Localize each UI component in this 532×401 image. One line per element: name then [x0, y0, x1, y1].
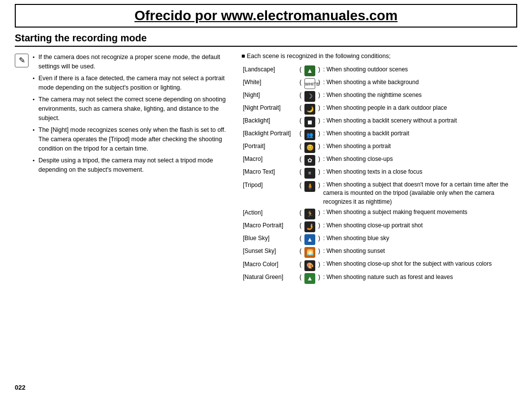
macro-text-icon: ≡ — [304, 168, 315, 179]
scene-row: [White] ( WHITE ) : When shooting a whit… — [241, 77, 517, 90]
section-title: Starting the recording mode — [15, 32, 517, 47]
bullet-item: The camera may not select the correct sc… — [33, 95, 232, 123]
scene-row: [Night] ( ☽ ) : When shooting the nightt… — [241, 90, 517, 103]
scene-row: [Blue Sky] ( ▲ ) : When shooting blue sk… — [241, 233, 517, 246]
night-icon: ☽ — [304, 91, 315, 102]
right-column: Each scene is recognized in the followin… — [241, 53, 517, 384]
header-title: Ofrecido por www.electromanuales.com — [134, 8, 398, 23]
left-column: ✎ If the camera does not recognize a pro… — [15, 53, 232, 384]
bullet-item: The [Night] mode recognizes scenes only … — [33, 125, 232, 154]
page-number: 022 — [15, 384, 26, 391]
bullet-list: If the camera does not recognize a prope… — [33, 53, 232, 177]
scene-row: [Sunset Sky] ( 🌅 ) : When shooting sunse… — [241, 246, 517, 259]
bullet-item: Despite using a tripod, the camera may n… — [33, 156, 232, 175]
white-icon: WHITE — [304, 78, 315, 89]
landscape-icon: ▲ — [304, 65, 315, 76]
note-icon: ✎ — [15, 54, 29, 67]
note-block: ✎ If the camera does not recognize a pro… — [15, 53, 232, 177]
macro-portrait-icon: 🤳 — [304, 221, 315, 232]
scene-row: [Macro Text] ( ≡ ) : When shooting texts… — [241, 167, 517, 180]
scene-table: [Landscape] ( ▲ ) : When shooting outdoo… — [241, 64, 517, 285]
scene-row: [Portrait] ( 😊 ) : When shooting a portr… — [241, 141, 517, 154]
backlight-icon: ◼ — [304, 117, 315, 127]
macro-icon: ✿ — [304, 155, 315, 166]
scene-row: [Natural Green] ( ▲ ) : When shooting na… — [241, 272, 517, 285]
intro-text: Each scene is recognized in the followin… — [241, 53, 517, 60]
action-icon: 🏃 — [304, 209, 315, 219]
backlight-portrait-icon: 👥 — [304, 129, 315, 140]
scene-row: [Night Portrait] ( 🌙 ) : When shooting p… — [241, 103, 517, 116]
scene-row: [Landscape] ( ▲ ) : When shooting outdoo… — [241, 64, 517, 77]
scene-row: [Macro Portrait] ( 🤳 ) : When shooting c… — [241, 220, 517, 233]
header-bar: Ofrecido por www.electromanuales.com — [15, 4, 517, 28]
scene-row: [Tripod] ( 🧍 ) : When shooting a subject… — [241, 180, 517, 207]
bullet-item: If the camera does not recognize a prope… — [33, 53, 232, 72]
scene-row: [Macro Color] ( 🎨 ) : When shooting clos… — [241, 259, 517, 272]
footer: 022 — [15, 384, 517, 391]
blue-sky-icon: ▲ — [304, 234, 315, 245]
content-area: ✎ If the camera does not recognize a pro… — [15, 53, 517, 384]
portrait-icon: 😊 — [304, 142, 315, 153]
scene-row: [Macro] ( ✿ ) : When shooting close-ups — [241, 154, 517, 167]
sunset-sky-icon: 🌅 — [304, 247, 315, 258]
scene-row: [Action] ( 🏃 ) : When shooting a subject… — [241, 207, 517, 220]
scene-row: [Backlight] ( ◼ ) : When shooting a back… — [241, 116, 517, 128]
tripod-icon: 🧍 — [304, 181, 315, 192]
bullet-item: Even if there is a face detected, the ca… — [33, 74, 232, 93]
macro-color-icon: 🎨 — [304, 260, 315, 271]
scene-row: [Backlight Portrait] ( 👥 ) : When shooti… — [241, 128, 517, 141]
page-wrapper: Ofrecido por www.electromanuales.com Sta… — [0, 0, 532, 401]
natural-green-icon: ▲ — [304, 273, 315, 284]
scene-label: [Landscape] — [241, 64, 298, 77]
night-portrait-icon: 🌙 — [304, 104, 315, 115]
